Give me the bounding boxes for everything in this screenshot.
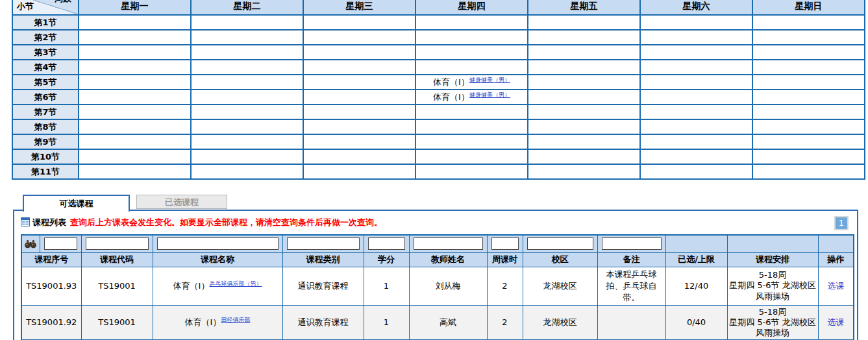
timetable-row: 第11节 [12,164,865,179]
teacher-cell: 高斌 [409,305,487,340]
course-list-panel: 课程列表查询后上方课表会发生变化。如要显示全部课程，请清空查询条件后再做一次查询… [13,210,858,340]
timetable-row: 第1节 [12,15,865,30]
timetable-row: 第2节 [12,30,865,45]
timetable-slot [191,75,303,90]
filter-input-教师姓名[interactable] [414,237,483,250]
seq-cell: TS19001.92 [21,305,81,340]
timetable-slot [640,164,752,179]
type-cell: 通识教育课程 [282,267,364,305]
timetable-slot [415,104,528,119]
timetable-row: 第9节 [12,134,865,149]
timetable-slot [640,60,752,75]
timetable-slot: 体育（Ⅰ）健身健美（男） [415,90,528,104]
timetable-slot [79,104,191,119]
filter-input-学分[interactable] [368,237,405,250]
timetable-slot [79,15,191,30]
filter-cell [818,235,854,252]
col-header-6: 教师姓名 [409,252,487,267]
timetable-slot [528,15,640,30]
corner-period-label: 小节 [17,1,34,12]
code-cell: TS19001 [81,267,153,305]
note-cell [597,305,665,340]
day-header-2: 星期二 [191,0,303,15]
timetable-slot: 体育（Ⅰ）健身健美（男） [415,75,528,90]
action-cell: 选课 [818,305,854,340]
timetable-slot [303,149,415,164]
timetable-slot [303,164,415,179]
filter-input-校区[interactable] [527,237,593,250]
day-header-7: 星期日 [752,0,865,15]
timetable-row: 第5节体育（Ⅰ）健身健美（男） [12,75,865,90]
timetable-slot [528,164,640,179]
filter-input-课程代码[interactable] [86,237,149,250]
filter-input-备注[interactable] [602,237,662,250]
timetable-slot [79,30,191,45]
list-grid-icon [21,217,30,228]
timetable-slot [79,60,191,75]
slot-course-club-link[interactable]: 健身健美（男） [469,91,510,98]
tab-selectable-courses[interactable]: 可选课程 [23,195,130,212]
timetable-slot [303,60,415,75]
timetable-slot [191,134,303,149]
timetable-slot [415,119,528,134]
timetable-slot [752,60,865,75]
filter-input-周课时[interactable] [491,237,519,250]
binoculars-search-icon[interactable] [25,239,36,249]
select-course-link[interactable]: 选课 [827,281,844,291]
course-club-link[interactable]: 田径俱乐部 [221,317,250,323]
timetable-slot [303,30,415,45]
day-header-5: 星期五 [528,0,640,15]
col-header-12: 操作 [818,252,854,267]
select-course-link[interactable]: 选课 [827,317,844,327]
course-row: TS19001.93TS19001体育（Ⅰ）乒乓球俱乐部（男）通识教育课程1刘从… [21,267,854,305]
timetable-slot [191,15,303,30]
timetable-slot [415,45,528,60]
weekly-timetable: 周数小节星期一星期二星期三星期四星期五星期六星期日第1节第2节第3节第4节第5节… [12,0,865,180]
col-header-5: 学分 [364,252,409,267]
timetable-slot [191,60,303,75]
filter-cell [487,235,523,252]
timetable-slot [528,45,640,60]
timetable-slot [191,30,303,45]
course-table-header-row: 课程序号课程代码课程名称课程类别学分教师姓名周课时校区备注已选/上限课程安排操作 [21,252,854,267]
timetable-slot [640,149,752,164]
timetable-slot [640,15,752,30]
schedule-cell: 5-18周 星期四 5-6节 龙湖校区风雨操场 [727,267,818,305]
course-list-header: 课程列表查询后上方课表会发生变化。如要显示全部课程，请清空查询条件后再做一次查询… [14,211,857,232]
credit-cell: 1 [364,267,409,305]
timetable-slot [79,164,191,179]
pagination-page-1[interactable]: 1 [834,216,849,230]
timetable-slot [79,75,191,90]
timetable-slot [303,90,415,104]
course-club-link[interactable]: 乒乓球俱乐部（男） [209,280,262,287]
filter-input-课程序号[interactable] [44,237,77,250]
period-label-10: 第10节 [12,149,79,164]
timetable-row: 第7节 [12,104,865,119]
timetable-slot [528,75,640,90]
filter-cell [523,235,597,252]
col-header-2: 课程代码 [81,252,153,267]
period-label-11: 第11节 [12,164,79,179]
period-label-5: 第5节 [12,75,79,90]
campus-cell: 龙湖校区 [523,305,597,340]
note-cell: 本课程乒乓球拍、乒乓球自带。 [597,267,665,305]
timetable-slot [415,15,528,30]
timetable-slot [528,60,640,75]
course-name-text: 体育（Ⅰ） [173,281,210,291]
filter-input-课程类别[interactable] [287,237,360,250]
col-header-8: 校区 [523,252,597,267]
tab-selected-courses[interactable]: 已选课程 [136,195,227,209]
slot-course-club-link[interactable]: 健身健美（男） [469,77,510,83]
period-label-9: 第9节 [12,134,79,149]
timetable-slot [191,104,303,119]
col-header-1: 课程序号 [21,252,81,267]
timetable-slot [79,149,191,164]
name-cell: 体育（Ⅰ）乒乓球俱乐部（男） [153,267,282,305]
timetable-slot [415,60,528,75]
quota-cell: 0/40 [665,305,727,340]
timetable-slot [191,149,303,164]
timetable-slot [752,119,865,134]
filter-input-课程名称[interactable] [157,237,279,250]
timetable-slot [79,119,191,134]
timetable-slot [752,104,865,119]
